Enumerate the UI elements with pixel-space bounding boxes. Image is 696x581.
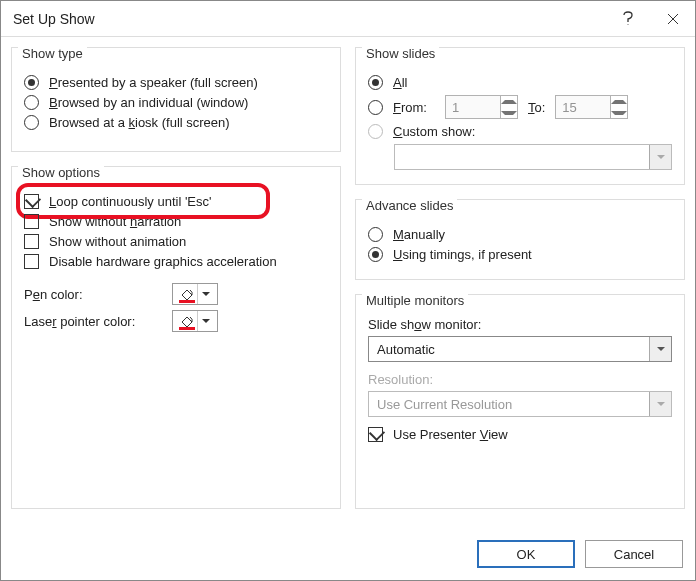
help-button[interactable] bbox=[605, 1, 650, 37]
ok-button[interactable]: OK bbox=[477, 540, 575, 568]
dialog-footer: OK Cancel bbox=[465, 528, 695, 580]
checkbox-icon bbox=[24, 214, 39, 229]
radio-icon bbox=[24, 75, 39, 90]
radio-icon bbox=[368, 100, 383, 115]
to-spinner[interactable] bbox=[555, 95, 628, 119]
chevron-down-icon bbox=[197, 284, 213, 304]
radio-using-timings[interactable]: Using timings, if present bbox=[368, 247, 672, 262]
pen-color-label: Pen color: bbox=[24, 287, 162, 302]
spin-up[interactable] bbox=[501, 96, 517, 107]
show-slides-label: Show slides bbox=[362, 46, 439, 61]
show-type-group: Show type Presented by a speaker (full s… bbox=[11, 47, 341, 152]
slide-show-monitor-label: Slide show monitor: bbox=[368, 317, 672, 332]
chevron-down-icon bbox=[649, 337, 671, 361]
radio-icon bbox=[24, 115, 39, 130]
radio-icon bbox=[368, 75, 383, 90]
radio-custom-show: Custom show: bbox=[368, 124, 672, 139]
bucket-icon bbox=[177, 312, 197, 330]
checkbox-icon bbox=[24, 194, 39, 209]
radio-icon bbox=[368, 247, 383, 262]
checkbox-icon bbox=[24, 234, 39, 249]
chevron-down-icon bbox=[197, 311, 213, 331]
show-options-label: Show options bbox=[18, 165, 104, 180]
radio-browsed-kiosk[interactable]: Browsed at a kiosk (full screen) bbox=[24, 115, 328, 130]
spin-down[interactable] bbox=[611, 107, 627, 118]
multiple-monitors-label: Multiple monitors bbox=[362, 293, 468, 308]
show-slides-group: Show slides All From: To: bbox=[355, 47, 685, 185]
radio-all-slides[interactable]: All bbox=[368, 75, 672, 90]
setup-show-dialog: Set Up Show Show type Presented by a spe… bbox=[0, 0, 696, 581]
monitor-dropdown[interactable]: Automatic bbox=[368, 336, 672, 362]
titlebar: Set Up Show bbox=[1, 1, 695, 37]
radio-browsed-individual[interactable]: Browsed by an individual (window) bbox=[24, 95, 328, 110]
spin-up[interactable] bbox=[611, 96, 627, 107]
resolution-label: Resolution: bbox=[368, 372, 672, 387]
advance-slides-group: Advance slides Manually Using timings, i… bbox=[355, 199, 685, 280]
close-button[interactable] bbox=[650, 1, 695, 37]
checkbox-icon bbox=[24, 254, 39, 269]
resolution-dropdown: Use Current Resolution bbox=[368, 391, 672, 417]
multiple-monitors-group: Multiple monitors Slide show monitor: Au… bbox=[355, 294, 685, 509]
laser-color-picker[interactable] bbox=[172, 310, 218, 332]
radio-icon bbox=[24, 95, 39, 110]
to-input[interactable] bbox=[556, 96, 610, 118]
show-type-label: Show type bbox=[18, 46, 87, 61]
from-input[interactable] bbox=[446, 96, 500, 118]
bucket-icon bbox=[177, 285, 197, 303]
chevron-down-icon bbox=[649, 145, 671, 169]
radio-presented-speaker[interactable]: Presented by a speaker (full screen) bbox=[24, 75, 328, 90]
from-spinner[interactable] bbox=[445, 95, 518, 119]
spin-down[interactable] bbox=[501, 107, 517, 118]
chk-presenter-view[interactable]: Use Presenter View bbox=[368, 427, 672, 442]
chk-without-animation[interactable]: Show without animation bbox=[24, 234, 328, 249]
show-options-group: Show options Loop continuously until 'Es… bbox=[11, 166, 341, 509]
laser-color-label: Laser pointer color: bbox=[24, 314, 162, 329]
chk-without-narration[interactable]: Show without narration bbox=[24, 214, 328, 229]
radio-icon bbox=[368, 227, 383, 242]
chk-loop-continuously[interactable]: Loop continuously until 'Esc' bbox=[24, 194, 328, 209]
chevron-down-icon bbox=[649, 392, 671, 416]
pen-color-picker[interactable] bbox=[172, 283, 218, 305]
advance-slides-label: Advance slides bbox=[362, 198, 457, 213]
radio-manually[interactable]: Manually bbox=[368, 227, 672, 242]
dialog-title: Set Up Show bbox=[13, 11, 605, 27]
cancel-button[interactable]: Cancel bbox=[585, 540, 683, 568]
chk-disable-hw-accel[interactable]: Disable hardware graphics acceleration bbox=[24, 254, 328, 269]
checkbox-icon bbox=[368, 427, 383, 442]
custom-show-dropdown bbox=[394, 144, 672, 170]
radio-icon bbox=[368, 124, 383, 139]
radio-from-to[interactable]: From: To: bbox=[368, 95, 672, 119]
